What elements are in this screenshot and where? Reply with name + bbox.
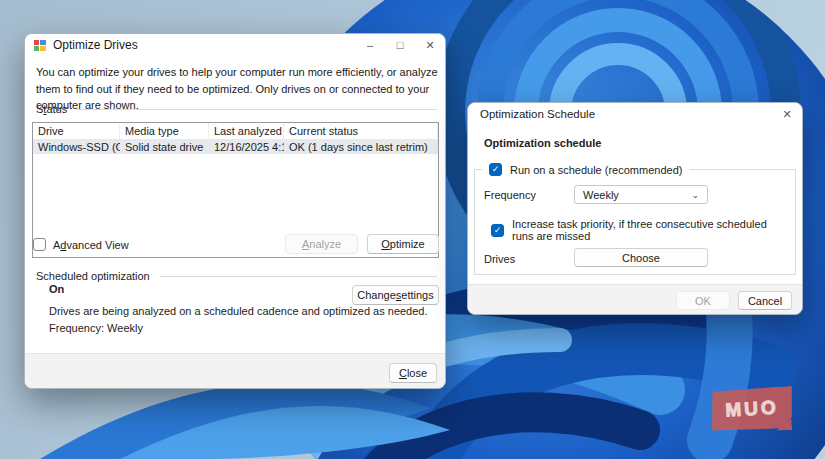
- media-type-cell: Solid state drive: [120, 141, 209, 153]
- optimization-schedule-dialog: Optimization Schedule ✕ Optimization sch…: [467, 102, 803, 315]
- muo-logo-text: MUO: [710, 386, 794, 432]
- optimize-drives-window: Optimize Drives – □ ✕ You can optimize y…: [24, 33, 446, 389]
- dialog-title: Optimization Schedule: [480, 108, 595, 120]
- choose-drives-button[interactable]: Choose: [574, 248, 708, 267]
- optimize-button[interactable]: Optimize: [367, 234, 439, 254]
- last-analyzed-cell: 12/16/2025 4:18 …: [209, 141, 284, 153]
- advanced-view-checkbox[interactable]: [33, 238, 46, 251]
- advanced-view-row[interactable]: Advanced View: [33, 238, 129, 251]
- run-on-schedule-row[interactable]: ✓ Run on a schedule (recommended): [482, 162, 689, 177]
- run-on-schedule-label: Run on a schedule (recommended): [510, 164, 682, 176]
- frequency-dropdown[interactable]: Weekly ⌄: [574, 185, 708, 204]
- status-label: Status: [36, 103, 67, 115]
- scheduled-optimization-label: Scheduled optimization: [36, 270, 150, 282]
- close-button[interactable]: Close: [389, 363, 437, 383]
- analyze-button[interactable]: Analyze: [285, 234, 358, 254]
- column-header-media-type[interactable]: Media type: [120, 123, 209, 139]
- task-priority-checkbox[interactable]: ✓: [491, 224, 504, 237]
- schedule-status: On: [49, 283, 64, 295]
- frequency-label: Frequency: [484, 189, 536, 201]
- frequency-value: Weekly: [583, 189, 619, 201]
- status-group-header: Status: [36, 103, 437, 115]
- chevron-down-icon: ⌄: [691, 190, 699, 200]
- scheduled-optimization-header: Scheduled optimization: [36, 270, 437, 282]
- window-title: Optimize Drives: [53, 38, 138, 52]
- maximize-icon[interactable]: □: [385, 34, 415, 56]
- current-status-cell: OK (1 days since last retrim): [284, 141, 438, 153]
- change-settings-button[interactable]: Change settings: [352, 285, 439, 305]
- muo-logo: MUO: [710, 386, 794, 432]
- listview-header[interactable]: Drive Media type Last analyzed or … Curr…: [33, 123, 438, 139]
- task-priority-row[interactable]: ✓ Increase task priority, if three conse…: [491, 218, 791, 242]
- schedule-description: Drives are being analyzed on a scheduled…: [49, 305, 428, 317]
- drive-name-cell: Windows-SSD (C:): [33, 141, 120, 153]
- table-row[interactable]: Windows-SSD (C:) Solid state drive 12/16…: [33, 139, 438, 154]
- optimization-schedule-heading: Optimization schedule: [484, 137, 601, 149]
- divider: [160, 276, 437, 277]
- advanced-view-label: Advanced View: [53, 239, 129, 251]
- column-header-drive[interactable]: Drive: [33, 123, 120, 139]
- task-priority-label: Increase task priority, if three consecu…: [512, 218, 791, 242]
- close-icon[interactable]: ✕: [772, 103, 802, 125]
- ok-button[interactable]: OK: [676, 291, 730, 310]
- optimize-drives-titlebar[interactable]: Optimize Drives – □ ✕: [25, 34, 445, 56]
- column-header-current-status[interactable]: Current status: [284, 123, 438, 139]
- schedule-frequency: Frequency: Weekly: [49, 322, 143, 334]
- divider: [77, 109, 437, 110]
- minimize-icon[interactable]: –: [355, 34, 385, 56]
- close-icon[interactable]: ✕: [415, 34, 445, 56]
- desktop: { "icons": { "minimize": "–", "maximize"…: [0, 0, 825, 459]
- optimize-drives-icon: [34, 39, 47, 52]
- drives-label: Drives: [484, 253, 515, 265]
- schedule-dialog-titlebar[interactable]: Optimization Schedule ✕: [468, 103, 802, 125]
- column-header-last-analyzed[interactable]: Last analyzed or …: [209, 123, 284, 139]
- cancel-button[interactable]: Cancel: [738, 291, 792, 310]
- dialog-footer: [25, 353, 445, 388]
- run-on-schedule-checkbox[interactable]: ✓: [489, 163, 502, 176]
